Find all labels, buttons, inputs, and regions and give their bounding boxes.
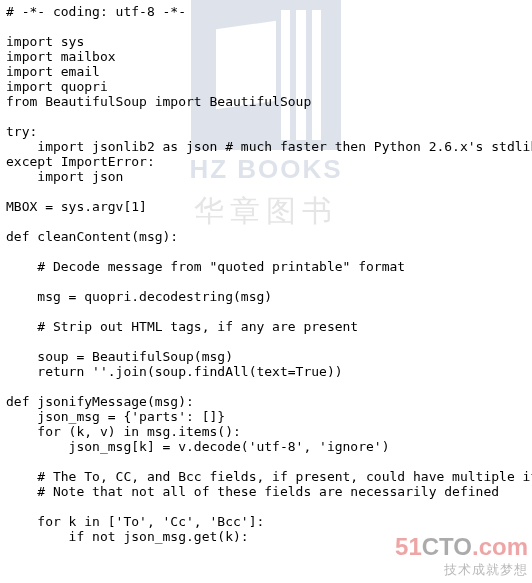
watermark-tagline: 技术成就梦想: [395, 561, 528, 579]
code-block: # -*- coding: utf-8 -*- import sys impor…: [0, 0, 532, 548]
